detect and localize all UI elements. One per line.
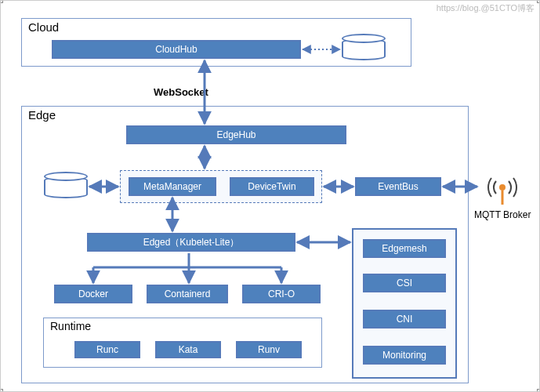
edged-node: Edged（Kubelet-Lite） (87, 233, 295, 252)
resize-handle[interactable] (0, 0, 3, 3)
metamanager-node: MetaManager (129, 177, 216, 196)
runc-node: Runc (74, 341, 140, 358)
edgemesh-label: Edgemesh (382, 243, 426, 254)
metamanager-label: MetaManager (143, 181, 201, 192)
cloudhub-label: CloudHub (155, 44, 197, 55)
svg-point-0 (499, 184, 506, 191)
crio-label: CRI-O (268, 289, 295, 299)
resize-handle[interactable] (0, 389, 3, 392)
crio-node: CRI-O (242, 285, 321, 303)
cloudhub-node: CloudHub (52, 40, 301, 59)
resize-handle[interactable] (537, 389, 540, 392)
edged-label: Edged（Kubelet-Lite） (143, 236, 240, 249)
kata-node: Kata (155, 341, 221, 358)
resize-handle[interactable] (537, 0, 540, 3)
runc-label: Runc (96, 344, 118, 355)
docker-node: Docker (54, 285, 132, 303)
cni-node: CNI (363, 310, 446, 328)
monitoring-node: Monitoring (363, 346, 446, 365)
csi-node: CSI (363, 274, 446, 292)
runv-node: Runv (236, 341, 302, 358)
devicetwin-label: DeviceTwin (248, 181, 295, 192)
cni-label: CNI (397, 314, 413, 325)
devicetwin-node: DeviceTwin (230, 177, 314, 196)
runtime-title: Runtime (50, 320, 91, 332)
mqtt-label: MQTT Broker (474, 209, 531, 220)
watermark: https://blog.@51CTO博客 (437, 2, 535, 14)
websocket-label: WebSocket (154, 86, 208, 98)
mqtt-broker-icon (479, 170, 526, 209)
monitoring-label: Monitoring (382, 350, 426, 361)
containerd-label: Containerd (165, 289, 211, 299)
docker-label: Docker (78, 289, 108, 299)
edge-db-icon (44, 172, 88, 198)
eventbus-label: EventBus (378, 181, 418, 192)
csi-label: CSI (397, 278, 412, 289)
cloud-title: Cloud (28, 20, 59, 34)
edgemesh-node: Edgemesh (363, 239, 446, 258)
eventbus-node: EventBus (355, 177, 441, 196)
kata-label: Kata (179, 344, 198, 355)
edge-title: Edge (28, 108, 56, 122)
runv-label: Runv (258, 344, 280, 355)
edgehub-node: EdgeHub (126, 125, 346, 144)
edgehub-label: EdgeHub (216, 129, 256, 140)
cloud-db-icon (342, 34, 386, 60)
containerd-node: Containerd (147, 285, 228, 303)
